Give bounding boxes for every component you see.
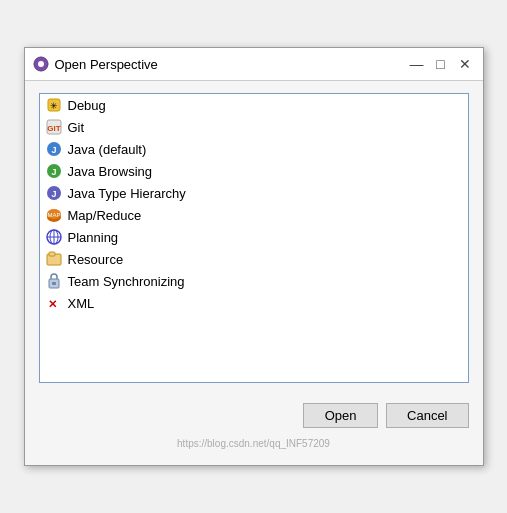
svg-text:J: J (51, 167, 56, 177)
title-bar: Open Perspective — □ ✕ (25, 48, 483, 81)
java-browsing-icon: J (46, 163, 62, 179)
git-icon: GIT (46, 119, 62, 135)
list-item-label-resource: Resource (68, 252, 124, 267)
list-item-java[interactable]: JJava (default) (40, 138, 468, 160)
list-item-debug[interactable]: ✳Debug (40, 94, 468, 116)
svg-rect-20 (49, 252, 55, 256)
list-item-label-xml: XML (68, 296, 95, 311)
cancel-button[interactable]: Cancel (386, 403, 468, 428)
title-bar-left: Open Perspective (33, 56, 158, 72)
java-icon: J (46, 141, 62, 157)
list-item-java-browsing[interactable]: JJava Browsing (40, 160, 468, 182)
list-item-label-mapreduce: Map/Reduce (68, 208, 142, 223)
list-item-java-type[interactable]: JJava Type Hierarchy (40, 182, 468, 204)
team-sync-icon (46, 273, 62, 289)
button-row: Open Cancel (39, 399, 469, 436)
maximize-button[interactable]: □ (431, 54, 451, 74)
xml-icon: ✕ (46, 295, 62, 311)
svg-text:MAP: MAP (47, 212, 60, 218)
list-item-planning[interactable]: Planning (40, 226, 468, 248)
svg-text:J: J (51, 189, 56, 199)
window-icon (33, 56, 49, 72)
list-item-label-java: Java (default) (68, 142, 147, 157)
resource-icon (46, 251, 62, 267)
list-item-label-java-type: Java Type Hierarchy (68, 186, 186, 201)
svg-rect-22 (52, 282, 56, 285)
minimize-button[interactable]: — (407, 54, 427, 74)
open-perspective-dialog: Open Perspective — □ ✕ ✳DebugGITGitJJava… (24, 47, 484, 466)
list-item-label-planning: Planning (68, 230, 119, 245)
list-item-label-team-sync: Team Synchronizing (68, 274, 185, 289)
list-item-label-debug: Debug (68, 98, 106, 113)
list-item-label-git: Git (68, 120, 85, 135)
window-title: Open Perspective (55, 57, 158, 72)
java-type-icon: J (46, 185, 62, 201)
svg-text:GIT: GIT (47, 124, 60, 133)
svg-text:✕: ✕ (48, 298, 57, 310)
list-item-mapreduce[interactable]: MAPMap/Reduce (40, 204, 468, 226)
planning-icon (46, 229, 62, 245)
svg-text:✳: ✳ (50, 101, 58, 111)
open-button[interactable]: Open (303, 403, 378, 428)
list-item-git[interactable]: GITGit (40, 116, 468, 138)
list-item-label-java-browsing: Java Browsing (68, 164, 153, 179)
list-item-team-sync[interactable]: Team Synchronizing (40, 270, 468, 292)
debug-icon: ✳ (46, 97, 62, 113)
title-bar-buttons: — □ ✕ (407, 54, 475, 74)
close-button[interactable]: ✕ (455, 54, 475, 74)
list-item-resource[interactable]: Resource (40, 248, 468, 270)
watermark: https://blog.csdn.net/qq_INF57209 (39, 436, 469, 453)
list-item-xml[interactable]: ✕XML (40, 292, 468, 314)
svg-text:J: J (51, 145, 56, 155)
dialog-content: ✳DebugGITGitJJava (default)JJava Browsin… (25, 81, 483, 465)
mapreduce-icon: MAP (46, 207, 62, 223)
perspective-list[interactable]: ✳DebugGITGitJJava (default)JJava Browsin… (39, 93, 469, 383)
svg-point-1 (38, 61, 44, 67)
